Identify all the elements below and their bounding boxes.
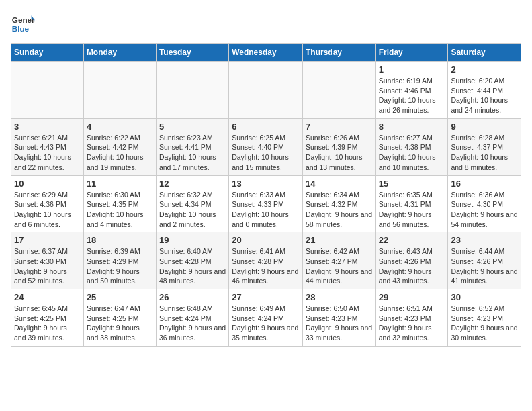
weekday-header: Monday	[83, 44, 156, 62]
calendar-cell: 26Sunrise: 6:48 AM Sunset: 4:24 PM Dayli…	[156, 289, 228, 347]
day-info: Sunrise: 6:51 AM Sunset: 4:23 PM Dayligh…	[379, 304, 445, 343]
weekday-header: Wednesday	[229, 44, 303, 62]
day-info: Sunrise: 6:23 AM Sunset: 4:41 PM Dayligh…	[159, 133, 226, 173]
day-number: 1	[379, 64, 445, 75]
day-number: 21	[306, 235, 373, 245]
day-info: Sunrise: 6:43 AM Sunset: 4:26 PM Dayligh…	[379, 246, 445, 286]
calendar-cell: 11Sunrise: 6:30 AM Sunset: 4:35 PM Dayli…	[83, 175, 156, 232]
calendar-cell	[302, 62, 375, 119]
day-info: Sunrise: 6:20 AM Sunset: 4:44 PM Dayligh…	[451, 76, 518, 116]
day-info: Sunrise: 6:45 AM Sunset: 4:25 PM Dayligh…	[14, 304, 81, 343]
day-number: 8	[379, 122, 445, 132]
day-number: 25	[87, 292, 153, 302]
calendar-cell: 8Sunrise: 6:27 AM Sunset: 4:38 PM Daylig…	[375, 118, 448, 175]
calendar-cell: 15Sunrise: 6:35 AM Sunset: 4:31 PM Dayli…	[375, 175, 448, 232]
day-info: Sunrise: 6:25 AM Sunset: 4:40 PM Dayligh…	[232, 133, 300, 173]
calendar-cell: 20Sunrise: 6:41 AM Sunset: 4:28 PM Dayli…	[229, 232, 303, 289]
page-header: General Blue	[11, 11, 521, 35]
day-info: Sunrise: 6:22 AM Sunset: 4:42 PM Dayligh…	[87, 133, 153, 173]
calendar-cell: 6Sunrise: 6:25 AM Sunset: 4:40 PM Daylig…	[229, 118, 303, 175]
day-info: Sunrise: 6:42 AM Sunset: 4:27 PM Dayligh…	[306, 246, 373, 286]
calendar-cell: 24Sunrise: 6:45 AM Sunset: 4:25 PM Dayli…	[11, 289, 84, 347]
day-number: 28	[306, 292, 373, 302]
calendar-week-row: 3Sunrise: 6:21 AM Sunset: 4:43 PM Daylig…	[11, 118, 521, 175]
day-number: 10	[14, 179, 81, 189]
day-number: 7	[306, 122, 373, 132]
calendar-cell: 16Sunrise: 6:36 AM Sunset: 4:30 PM Dayli…	[448, 175, 521, 232]
day-number: 2	[451, 64, 518, 75]
day-info: Sunrise: 6:39 AM Sunset: 4:29 PM Dayligh…	[87, 246, 153, 286]
day-number: 23	[451, 235, 518, 245]
day-number: 12	[159, 179, 226, 189]
calendar-cell	[83, 62, 156, 119]
day-number: 15	[379, 179, 445, 189]
calendar-cell: 14Sunrise: 6:34 AM Sunset: 4:32 PM Dayli…	[302, 175, 375, 232]
day-number: 29	[379, 292, 445, 302]
calendar-cell: 21Sunrise: 6:42 AM Sunset: 4:27 PM Dayli…	[302, 232, 375, 289]
day-info: Sunrise: 6:36 AM Sunset: 4:30 PM Dayligh…	[451, 190, 518, 230]
calendar-cell: 9Sunrise: 6:28 AM Sunset: 4:37 PM Daylig…	[448, 118, 521, 175]
calendar-cell: 18Sunrise: 6:39 AM Sunset: 4:29 PM Dayli…	[83, 232, 156, 289]
day-number: 9	[451, 122, 518, 132]
day-info: Sunrise: 6:37 AM Sunset: 4:30 PM Dayligh…	[14, 246, 81, 286]
day-number: 24	[14, 292, 81, 302]
day-info: Sunrise: 6:26 AM Sunset: 4:39 PM Dayligh…	[306, 133, 373, 173]
svg-text:Blue: Blue	[12, 24, 30, 33]
day-number: 14	[306, 179, 373, 189]
day-info: Sunrise: 6:35 AM Sunset: 4:31 PM Dayligh…	[379, 190, 445, 230]
day-number: 17	[14, 235, 81, 245]
calendar-week-row: 1Sunrise: 6:19 AM Sunset: 4:46 PM Daylig…	[11, 62, 521, 119]
calendar-cell: 29Sunrise: 6:51 AM Sunset: 4:23 PM Dayli…	[375, 289, 448, 347]
calendar-cell: 22Sunrise: 6:43 AM Sunset: 4:26 PM Dayli…	[375, 232, 448, 289]
day-number: 16	[451, 179, 518, 189]
day-info: Sunrise: 6:41 AM Sunset: 4:28 PM Dayligh…	[232, 246, 300, 286]
day-info: Sunrise: 6:34 AM Sunset: 4:32 PM Dayligh…	[306, 190, 373, 230]
day-number: 5	[159, 122, 226, 132]
weekday-header: Thursday	[302, 44, 375, 62]
calendar-cell: 7Sunrise: 6:26 AM Sunset: 4:39 PM Daylig…	[302, 118, 375, 175]
day-info: Sunrise: 6:19 AM Sunset: 4:46 PM Dayligh…	[379, 76, 445, 116]
calendar-cell: 19Sunrise: 6:40 AM Sunset: 4:28 PM Dayli…	[156, 232, 228, 289]
calendar-cell	[229, 62, 303, 119]
weekday-header: Sunday	[11, 44, 84, 62]
calendar-cell: 27Sunrise: 6:49 AM Sunset: 4:24 PM Dayli…	[229, 289, 303, 347]
day-number: 22	[379, 235, 445, 245]
logo-icon: General Blue	[11, 11, 35, 35]
calendar-cell: 4Sunrise: 6:22 AM Sunset: 4:42 PM Daylig…	[83, 118, 156, 175]
day-number: 4	[87, 122, 153, 132]
weekday-header: Tuesday	[156, 44, 228, 62]
day-number: 11	[87, 179, 153, 189]
day-number: 18	[87, 235, 153, 245]
calendar-cell: 3Sunrise: 6:21 AM Sunset: 4:43 PM Daylig…	[11, 118, 84, 175]
day-info: Sunrise: 6:49 AM Sunset: 4:24 PM Dayligh…	[232, 304, 300, 343]
day-info: Sunrise: 6:21 AM Sunset: 4:43 PM Dayligh…	[14, 133, 81, 173]
day-info: Sunrise: 6:44 AM Sunset: 4:26 PM Dayligh…	[451, 246, 518, 286]
day-info: Sunrise: 6:52 AM Sunset: 4:23 PM Dayligh…	[451, 304, 518, 343]
day-info: Sunrise: 6:27 AM Sunset: 4:38 PM Dayligh…	[379, 133, 445, 173]
calendar-cell: 2Sunrise: 6:20 AM Sunset: 4:44 PM Daylig…	[448, 62, 521, 119]
calendar-cell: 13Sunrise: 6:33 AM Sunset: 4:33 PM Dayli…	[229, 175, 303, 232]
day-number: 20	[232, 235, 300, 245]
day-info: Sunrise: 6:47 AM Sunset: 4:25 PM Dayligh…	[87, 304, 153, 343]
calendar-cell: 23Sunrise: 6:44 AM Sunset: 4:26 PM Dayli…	[448, 232, 521, 289]
calendar-cell	[156, 62, 228, 119]
day-info: Sunrise: 6:50 AM Sunset: 4:23 PM Dayligh…	[306, 304, 373, 343]
calendar-cell: 1Sunrise: 6:19 AM Sunset: 4:46 PM Daylig…	[375, 62, 448, 119]
day-info: Sunrise: 6:29 AM Sunset: 4:36 PM Dayligh…	[14, 190, 81, 230]
weekday-header: Friday	[375, 44, 448, 62]
day-info: Sunrise: 6:30 AM Sunset: 4:35 PM Dayligh…	[87, 190, 153, 230]
calendar-cell	[11, 62, 84, 119]
calendar-table: SundayMondayTuesdayWednesdayThursdayFrid…	[11, 43, 521, 347]
day-number: 27	[232, 292, 300, 302]
calendar-cell: 5Sunrise: 6:23 AM Sunset: 4:41 PM Daylig…	[156, 118, 228, 175]
calendar-cell: 30Sunrise: 6:52 AM Sunset: 4:23 PM Dayli…	[448, 289, 521, 347]
calendar-week-row: 24Sunrise: 6:45 AM Sunset: 4:25 PM Dayli…	[11, 289, 521, 347]
day-info: Sunrise: 6:32 AM Sunset: 4:34 PM Dayligh…	[159, 190, 226, 230]
day-number: 19	[159, 235, 226, 245]
calendar-week-row: 10Sunrise: 6:29 AM Sunset: 4:36 PM Dayli…	[11, 175, 521, 232]
weekday-header: Saturday	[448, 44, 521, 62]
day-number: 6	[232, 122, 300, 132]
calendar-cell: 12Sunrise: 6:32 AM Sunset: 4:34 PM Dayli…	[156, 175, 228, 232]
calendar-cell: 25Sunrise: 6:47 AM Sunset: 4:25 PM Dayli…	[83, 289, 156, 347]
calendar-cell: 10Sunrise: 6:29 AM Sunset: 4:36 PM Dayli…	[11, 175, 84, 232]
